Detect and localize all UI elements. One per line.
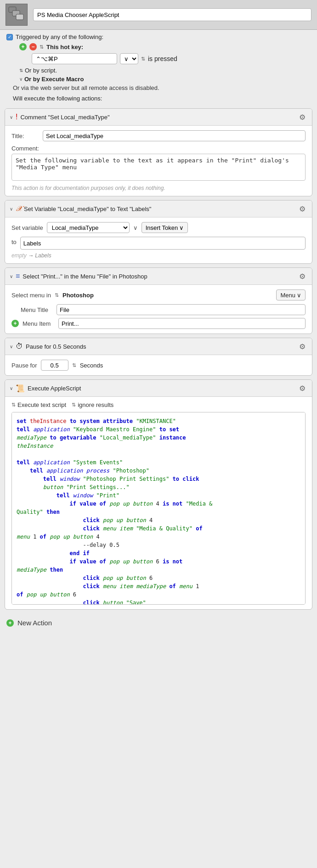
variable-select[interactable]: Local_mediaType bbox=[47, 222, 130, 233]
pause-body: Pause for ⇅ Seconds bbox=[5, 355, 312, 375]
pause-updown-icon[interactable]: ⇅ bbox=[72, 362, 76, 368]
pause-value-input[interactable] bbox=[41, 360, 68, 371]
comment-title: Comment "Set Local_mediaType" bbox=[20, 114, 109, 121]
applescript-icon: 📜 bbox=[16, 384, 25, 393]
action-card-set-variable: ∨ 𝒳 Set Variable "Local_mediaType" to Te… bbox=[5, 200, 312, 264]
execute-updown: ⇅ bbox=[11, 402, 16, 408]
action-header-left-pause: ∨ ⏱ Pause for 0.5 Seconds bbox=[10, 342, 86, 351]
set-var-label-row: Set variable Local_mediaType ∨ Insert To… bbox=[11, 222, 306, 233]
action-card-pause: ∨ ⏱ Pause for 0.5 Seconds ⚙ Pause for ⇅ … bbox=[5, 338, 312, 376]
select-menu-updown: ⇅ bbox=[55, 292, 59, 298]
comment-textarea[interactable]: Set the following variable to the text a… bbox=[11, 154, 306, 181]
menu-title-input[interactable] bbox=[57, 304, 306, 315]
code-line-16: end if bbox=[17, 549, 300, 557]
new-action-label: New Action bbox=[17, 619, 52, 627]
ignore-updown: ⇅ bbox=[72, 402, 76, 408]
hotkey-pressed-select[interactable]: ∨ bbox=[120, 53, 138, 64]
code-line-20: click menu item mediaType of menu 1 bbox=[17, 582, 300, 590]
action-header-pause: ∨ ⏱ Pause for 0.5 Seconds ⚙ bbox=[5, 338, 312, 355]
code-line-12: click pop up button 4 bbox=[17, 516, 300, 524]
new-action-bar[interactable]: + New Action bbox=[0, 613, 317, 632]
action-header-select-menu: ∨ ≡ Select "Print..." in the Menu "File"… bbox=[5, 268, 312, 285]
will-execute-text: Will execute the following actions: bbox=[13, 95, 304, 102]
seconds-label: Seconds bbox=[80, 362, 103, 369]
execute-text-script-option[interactable]: ⇅ Execute text script bbox=[11, 401, 66, 408]
menu-body: Select menu in ⇅ Photoshop Menu ∨ Menu T… bbox=[5, 285, 312, 334]
arrow-symbol: → bbox=[28, 252, 35, 259]
code-line-19: click pop up button 6 bbox=[17, 574, 300, 582]
menu-icon: ≡ bbox=[16, 272, 20, 280]
setvar-gear-button[interactable]: ⚙ bbox=[297, 204, 307, 214]
or-execute-label: Or by Execute Macro bbox=[24, 76, 84, 83]
app-container: ✓ Triggered by any of the following: + −… bbox=[0, 0, 317, 632]
header bbox=[0, 0, 317, 30]
applescript-chevron[interactable]: ∨ bbox=[10, 386, 13, 391]
setvar-icon: 𝒳 bbox=[16, 205, 21, 213]
action-card-applescript: ∨ 📜 Execute AppleScript ⚙ ⇅ Execute text… bbox=[5, 379, 312, 610]
comment-section-label: Comment: bbox=[11, 145, 306, 152]
code-line-15: --delay 0.5 bbox=[17, 541, 300, 549]
action-card-comment: ∨ ! Comment "Set Local_mediaType" ⚙ Titl… bbox=[5, 108, 312, 196]
ignore-results-option[interactable]: ⇅ ignore results bbox=[72, 401, 113, 408]
applescript-body: ⇅ Execute text script ⇅ ignore results s… bbox=[5, 397, 312, 609]
hotkey-key-field[interactable] bbox=[32, 53, 117, 64]
app-icon bbox=[6, 4, 28, 26]
comment-icon: ! bbox=[16, 113, 17, 121]
arrow-target: Labels bbox=[35, 252, 51, 259]
set-variable-label: Set variable bbox=[11, 224, 43, 231]
or-script-label: Or by script. bbox=[25, 67, 57, 74]
select-menu-in-row: Select menu in ⇅ Photoshop Menu ∨ bbox=[11, 289, 306, 300]
comment-title-row: Title: bbox=[11, 130, 306, 141]
setvar-chevron[interactable]: ∨ bbox=[10, 206, 13, 211]
menu-chevron[interactable]: ∨ bbox=[10, 274, 13, 279]
code-line-21: of pop up button 6 bbox=[17, 590, 300, 599]
applescript-code-block[interactable]: set theInstance to system attribute "KMI… bbox=[11, 412, 306, 605]
hotkey-section-label: This hot key: bbox=[46, 44, 83, 50]
add-menu-item-button[interactable]: + bbox=[11, 320, 19, 327]
applescript-gear-button[interactable]: ⚙ bbox=[297, 383, 307, 393]
macro-title-input[interactable] bbox=[33, 8, 311, 21]
new-action-plus-button[interactable]: + bbox=[6, 619, 14, 627]
menu-item-input[interactable] bbox=[58, 318, 306, 329]
add-trigger-button[interactable]: + bbox=[19, 43, 27, 50]
menu-btn-label: Menu bbox=[280, 292, 295, 299]
action-header-left-applescript: ∨ 📜 Execute AppleScript bbox=[10, 384, 81, 393]
comment-gear-button[interactable]: ⚙ bbox=[297, 112, 307, 122]
or-execute-chevron: ∨ bbox=[19, 77, 23, 82]
setvar-title: Set Variable "Local_mediaType" to Text "… bbox=[24, 206, 151, 212]
action-header-left-setvar: ∨ 𝒳 Set Variable "Local_mediaType" to Te… bbox=[10, 205, 151, 213]
hotkey-updown-icon: ⇅ bbox=[40, 44, 44, 50]
menu-dropdown-button[interactable]: Menu ∨ bbox=[276, 289, 306, 300]
to-row: to bbox=[11, 237, 306, 250]
comment-title-input[interactable] bbox=[43, 130, 306, 141]
pause-for-row: Pause for ⇅ Seconds bbox=[11, 360, 306, 371]
code-line-14: menu 1 of pop up button 4 bbox=[17, 533, 300, 541]
pause-icon: ⏱ bbox=[16, 342, 23, 351]
pause-chevron[interactable]: ∨ bbox=[10, 344, 13, 349]
code-line-9: tell window "Print" bbox=[17, 491, 300, 500]
action-card-select-menu: ∨ ≡ Select "Print..." in the Menu "File"… bbox=[5, 267, 312, 334]
menu-gear-button[interactable]: ⚙ bbox=[297, 271, 307, 281]
insert-token-chevron: ∨ bbox=[179, 224, 184, 231]
variable-value-input[interactable] bbox=[20, 237, 306, 250]
code-line-5: tell application "System Events" bbox=[17, 458, 300, 467]
pause-gear-button[interactable]: ⚙ bbox=[297, 341, 307, 351]
menu-item-row: + Menu Item bbox=[11, 318, 306, 329]
code-line-17: if value of pop up button 6 is not bbox=[17, 557, 300, 566]
remove-trigger-button[interactable]: − bbox=[29, 43, 37, 50]
menu-title: Select "Print..." in the Menu "File" in … bbox=[23, 273, 147, 280]
code-line-11: Quality" then bbox=[17, 508, 300, 516]
pause-title: Pause for 0.5 Seconds bbox=[26, 343, 86, 350]
ignore-results-label: ignore results bbox=[78, 401, 113, 408]
triggered-checkbox[interactable]: ✓ bbox=[6, 34, 13, 40]
insert-token-button[interactable]: Insert Token ∨ bbox=[142, 222, 188, 233]
code-line-18: mediaType then bbox=[17, 566, 300, 574]
action-header-left-menu: ∨ ≡ Select "Print..." in the Menu "File"… bbox=[10, 272, 147, 280]
comment-chevron[interactable]: ∨ bbox=[10, 115, 13, 120]
action-header-applescript: ∨ 📜 Execute AppleScript ⚙ bbox=[5, 380, 312, 397]
or-script-chevron: ⇅ bbox=[19, 68, 23, 73]
select-menu-in-label: Select menu in bbox=[11, 292, 51, 299]
app-name-label[interactable]: Photoshop bbox=[62, 292, 94, 299]
code-line-6: tell application process "Photoshop" bbox=[17, 467, 300, 475]
or-execute-macro-row[interactable]: ∨ Or by Execute Macro bbox=[19, 76, 311, 83]
